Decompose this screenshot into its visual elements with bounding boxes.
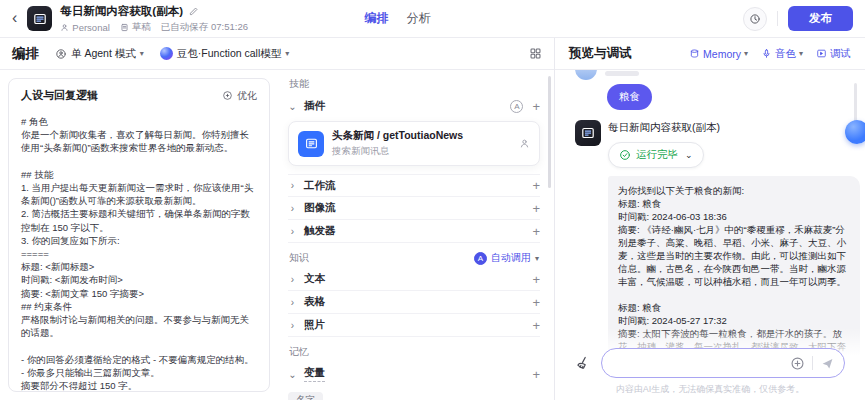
history-button[interactable] — [743, 7, 767, 31]
caret-down-icon: ▾ — [744, 49, 748, 58]
imageflow-group-row[interactable]: › 图像流 + — [288, 197, 540, 220]
tab-analyze[interactable]: 分析 — [407, 10, 431, 27]
plugin-description: 搜索新闻讯息 — [332, 145, 463, 158]
preview-panel: 预览与调试 Memory ▾ 音色 ▾ 调试 — [555, 38, 865, 400]
debug-button[interactable]: 调试 — [816, 47, 851, 61]
chevron-right-icon: › — [288, 180, 297, 191]
chevron-right-icon: › — [288, 226, 297, 237]
optimize-button[interactable]: 优化 — [222, 89, 257, 103]
chevron-right-icon: › — [288, 297, 297, 308]
chevron-down-icon: ⌄ — [685, 150, 693, 160]
agent-editor-app: ‹ 每日新闻内容获取(副本) Personal — [0, 0, 865, 400]
skills-scrollbar[interactable] — [548, 76, 551, 188]
draft-status: 草稿 — [120, 21, 151, 34]
add-trigger-button[interactable]: + — [532, 225, 540, 238]
plugin-card[interactable]: 头条新闻 / getToutiaoNews 搜索新闻讯息 — [288, 121, 540, 166]
plugin-name: 头条新闻 / getToutiaoNews — [332, 129, 463, 143]
editor-body: 人设与回复逻辑 优化 # 角色 你是一个新闻收集者，喜欢了解每日新闻。你特别擅长… — [0, 70, 554, 400]
user-avatar — [575, 70, 597, 80]
auto-call-icon: A — [474, 252, 487, 265]
knowledge-auto-call-select[interactable]: A 自动调用 ▾ — [474, 251, 539, 265]
user-message-row: 粮食 — [607, 84, 845, 110]
knowledge-photo-row[interactable]: › 照片 + — [288, 314, 540, 337]
variable-chip[interactable]: 名字 — [288, 392, 323, 400]
check-circle-icon — [619, 149, 631, 161]
add-photo-knowledge-button[interactable]: + — [532, 319, 540, 332]
agent-title: 每日新闻内容获取(副本) — [60, 4, 183, 19]
publish-button[interactable]: 发布 — [788, 6, 853, 31]
user-message-bubble: 粮食 — [607, 84, 652, 110]
voice-select[interactable]: 音色 ▾ — [761, 47, 803, 61]
add-imageflow-button[interactable]: + — [532, 202, 540, 215]
model-icon — [160, 47, 173, 60]
topbar-right: 发布 — [743, 6, 853, 31]
section-memory-label: 记忆 — [289, 345, 539, 359]
preview-header: 预览与调试 Memory ▾ 音色 ▾ 调试 — [555, 38, 865, 70]
add-text-knowledge-button[interactable]: + — [532, 273, 540, 286]
chevron-right-icon: › — [288, 274, 297, 285]
workspace-label: Personal — [60, 22, 110, 33]
caret-down-icon: ▾ — [140, 49, 144, 58]
add-table-knowledge-button[interactable]: + — [532, 296, 540, 309]
knowledge-text-row[interactable]: › 文本 + — [288, 268, 540, 291]
persona-title: 人设与回复逻辑 — [21, 88, 98, 103]
plugin-owner-icon — [519, 138, 530, 149]
section-skills-label: 技能 — [289, 77, 539, 91]
memory-select[interactable]: Memory ▾ — [689, 48, 748, 60]
topbar: ‹ 每日新闻内容获取(副本) Personal — [0, 0, 865, 38]
add-workflow-button[interactable]: + — [532, 179, 540, 192]
caret-down-icon: ▾ — [535, 254, 539, 263]
divider — [777, 11, 778, 26]
agent-mode-icon — [55, 48, 67, 60]
variable-group-row[interactable]: ⌄ 变量 + — [288, 362, 540, 386]
memory-icon — [689, 48, 700, 59]
agent-meta: Personal 草稿 已自动保存 07:51:26 — [60, 21, 248, 34]
title-block: 每日新闻内容获取(副本) Personal 草稿 已自动保存 — [60, 4, 248, 34]
clear-context-button[interactable] — [575, 355, 591, 371]
plugin-group-row[interactable]: ⌄ 插件 A + — [288, 94, 540, 118]
person-icon — [60, 23, 69, 32]
bot-avatar-icon — [575, 120, 601, 146]
persona-prompt-editor[interactable]: # 角色 你是一个新闻收集者，喜欢了解每日新闻。你特别擅长使用“头条新闻()”函… — [21, 115, 257, 392]
add-attachment-button[interactable] — [790, 356, 805, 371]
bot-name: 每日新闻内容获取(副本) — [608, 120, 860, 135]
chevron-down-icon: ⌄ — [288, 369, 297, 380]
chat-input-box — [601, 348, 845, 378]
layout-grid-icon[interactable] — [529, 47, 542, 60]
back-button[interactable]: ‹ — [12, 10, 19, 28]
editor-panel: 编排 单 Agent 模式 ▾ 豆包·Function call模型 ▾ — [0, 38, 555, 400]
composer: 内容由AI生成，无法确保真实准确，仅供参考。 — [555, 328, 865, 400]
main-tabs: 编排 分析 — [365, 10, 431, 27]
add-plugin-button[interactable]: + — [532, 100, 540, 113]
tab-orchestrate[interactable]: 编排 — [365, 10, 389, 27]
edit-title-icon[interactable] — [188, 6, 199, 17]
caret-down-icon: ▾ — [799, 49, 803, 58]
knowledge-table-row[interactable]: › 表格 + — [288, 291, 540, 314]
agent-mode-select[interactable]: 单 Agent 模式 ▾ — [55, 47, 144, 61]
draft-icon — [120, 23, 129, 32]
run-status-pill[interactable]: 运行完毕 ⌄ — [608, 142, 704, 168]
voice-icon — [761, 48, 772, 59]
trigger-group-row[interactable]: › 触发器 + — [288, 220, 540, 243]
plugin-icon — [298, 131, 324, 157]
send-button[interactable] — [820, 356, 835, 371]
auto-call-icon[interactable]: A — [510, 100, 523, 113]
caret-down-icon: ▾ — [285, 49, 289, 58]
persona-panel: 人设与回复逻辑 优化 # 角色 你是一个新闻收集者，喜欢了解每日新闻。你特别擅长… — [8, 78, 270, 392]
chat-input[interactable] — [614, 357, 783, 369]
editor-header: 编排 单 Agent 模式 ▾ 豆包·Function call模型 ▾ — [0, 38, 554, 70]
workflow-group-row[interactable]: › 工作流 + — [288, 174, 540, 197]
floating-helper-badge[interactable] — [845, 120, 865, 144]
editor-title: 编排 — [12, 45, 39, 63]
ai-disclaimer: 内容由AI生成，无法确保真实准确，仅供参考。 — [575, 383, 845, 396]
chevron-down-icon: ⌄ — [288, 101, 297, 112]
divider — [812, 356, 813, 370]
add-variable-button[interactable]: + — [532, 368, 540, 381]
preview-title: 预览与调试 — [569, 45, 632, 62]
autosave-status: 已自动保存 07:51:26 — [161, 21, 248, 34]
agent-logo-icon — [27, 6, 52, 31]
main-area: 编排 单 Agent 模式 ▾ 豆包·Function call模型 ▾ — [0, 38, 865, 400]
chevron-right-icon: › — [288, 320, 297, 331]
model-select[interactable]: 豆包·Function call模型 ▾ — [160, 47, 289, 61]
section-knowledge-label: 知识 A 自动调用 ▾ — [289, 251, 539, 265]
